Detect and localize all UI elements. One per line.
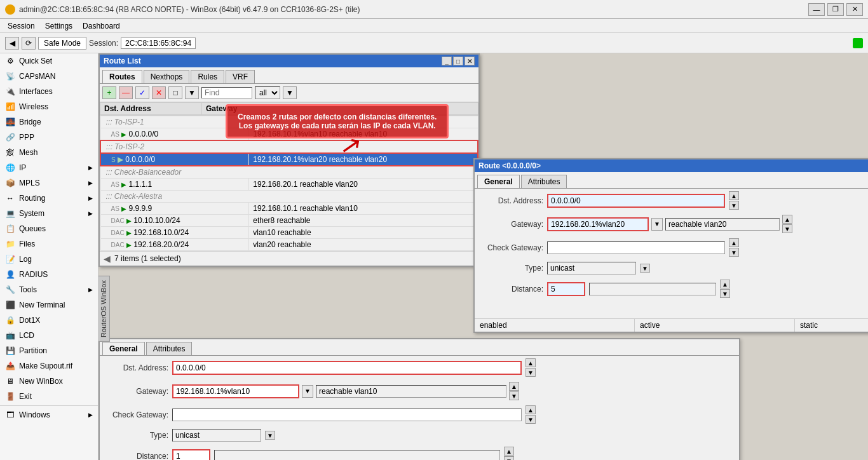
sidebar-item-ip[interactable]: 🌐 IP xyxy=(0,160,98,175)
lower-tab-general[interactable]: General xyxy=(102,342,145,355)
check-gateway-up[interactable]: ▲ xyxy=(729,238,739,247)
sidebar-item-log[interactable]: 📝 Log xyxy=(0,252,98,267)
sidebar-item-capsman[interactable]: 📡 CAPsMAN xyxy=(0,69,98,84)
enable-route-button[interactable]: ✓ xyxy=(135,86,149,99)
sidebar-item-mesh[interactable]: 🕸 Mesh xyxy=(0,145,98,160)
route-list-title-bar: Route List _ □ ✕ xyxy=(100,55,478,67)
menu-session[interactable]: Session xyxy=(3,20,40,32)
lower-gateway-dropdown[interactable]: ▼ xyxy=(302,385,313,398)
lower-distance-input[interactable] xyxy=(172,449,210,461)
sidebar-item-windows[interactable]: 🗔 Windows ▶ xyxy=(0,407,98,423)
sidebar-item-lcd[interactable]: 📺 LCD xyxy=(0,328,98,343)
sidebar-item-quick-set[interactable]: ⚙ Quick Set xyxy=(0,53,98,69)
sidebar-item-system[interactable]: 💻 System xyxy=(0,206,98,221)
lower-check-down[interactable]: ▼ xyxy=(526,415,536,424)
table-row[interactable]: AS ▶ 9.9.9.9 192.168.10.1 reachable vlan… xyxy=(100,203,478,215)
lower-distance-down[interactable]: ▼ xyxy=(504,456,514,460)
exit-icon: 🚪 xyxy=(5,391,15,402)
sidebar-item-queues[interactable]: 📋 Queues xyxy=(0,221,98,236)
refresh-button[interactable]: ⟳ xyxy=(22,37,36,50)
sidebar-item-mpls[interactable]: 📦 MPLS xyxy=(0,175,98,191)
close-button[interactable]: ✕ xyxy=(846,3,863,16)
dst-address-down[interactable]: ▼ xyxy=(729,201,739,210)
tab-nexthops[interactable]: Nexthops xyxy=(144,70,190,83)
filter-select[interactable]: all xyxy=(255,86,280,99)
table-row[interactable]: ::: Check-Balanceador xyxy=(100,166,478,179)
filter-button[interactable]: ▼ xyxy=(185,86,199,99)
sidebar-item-routing[interactable]: ↔ Routing xyxy=(0,191,98,206)
sidebar-item-interfaces[interactable]: 🔌 Interfaces xyxy=(0,84,98,99)
detail-tab-attributes[interactable]: Attributes xyxy=(521,175,567,188)
sidebar-item-bridge[interactable]: 🌉 Bridge xyxy=(0,114,98,130)
lower-gateway-input[interactable] xyxy=(172,384,299,398)
lower-dst-up[interactable]: ▲ xyxy=(526,358,536,367)
tab-routes[interactable]: Routes xyxy=(102,70,142,83)
lower-type-down[interactable]: ▼ xyxy=(265,431,275,440)
safe-mode-button[interactable]: Safe Mode xyxy=(38,37,86,50)
sidebar-item-new-winbox[interactable]: 🖥 New WinBox xyxy=(0,374,98,389)
tab-rules[interactable]: Rules xyxy=(191,70,224,83)
lower-gateway-down[interactable]: ▼ xyxy=(509,391,519,400)
route-detail-title: Route <0.0.0.0/0> xyxy=(478,161,541,170)
disable-route-button[interactable]: ✕ xyxy=(152,86,166,99)
files-icon: 📁 xyxy=(5,239,15,249)
filter-down-button[interactable]: ▼ xyxy=(283,86,297,99)
windows-icon: 🗔 xyxy=(5,410,15,420)
back-button[interactable]: ◀ xyxy=(5,37,19,50)
remove-route-button[interactable]: — xyxy=(119,86,133,99)
scroll-left-button[interactable]: ◀ xyxy=(104,254,111,264)
sidebar-item-partition[interactable]: 💾 Partition xyxy=(0,343,98,358)
table-row[interactable]: DAC ▶ 192.168.10.0/24 vlan10 reachable xyxy=(100,227,478,239)
table-row[interactable]: DAC ▶ 192.168.20.0/24 vlan20 reachable xyxy=(100,239,478,251)
gateway-dropdown[interactable]: ▼ xyxy=(651,218,663,231)
dst-address-up[interactable]: ▲ xyxy=(729,191,739,200)
dst-address-input[interactable] xyxy=(547,194,725,208)
menu-settings[interactable]: Settings xyxy=(40,20,78,32)
table-row[interactable]: AS ▶ 1.1.1.1 192.168.20.1 reachable vlan… xyxy=(100,179,478,191)
distance-input[interactable] xyxy=(547,282,585,296)
menu-dashboard[interactable]: Dashboard xyxy=(78,20,125,32)
maximize-button[interactable]: ❐ xyxy=(827,3,844,16)
copy-route-button[interactable]: □ xyxy=(168,86,182,99)
lower-check-up[interactable]: ▲ xyxy=(526,405,536,414)
tab-vrf[interactable]: VRF xyxy=(226,70,255,83)
lower-tab-attributes[interactable]: Attributes xyxy=(146,342,193,355)
find-input[interactable] xyxy=(201,87,252,98)
sidebar-item-dot1x[interactable]: 🔒 Dot1X xyxy=(0,313,98,328)
check-gateway-down[interactable]: ▼ xyxy=(729,248,739,257)
type-down[interactable]: ▼ xyxy=(640,264,650,273)
sidebar-item-wireless[interactable]: 📶 Wireless xyxy=(0,99,98,114)
sidebar-item-exit[interactable]: 🚪 Exit xyxy=(0,389,98,404)
add-route-button[interactable]: + xyxy=(102,86,116,99)
sidebar-item-files[interactable]: 📁 Files xyxy=(0,236,98,252)
sidebar-item-new-terminal[interactable]: ⬛ New Terminal xyxy=(0,297,98,313)
sidebar-item-radius[interactable]: 👤 RADIUS xyxy=(0,267,98,282)
detail-tab-general[interactable]: General xyxy=(477,175,520,188)
sidebar-item-tools[interactable]: 🔧 Tools xyxy=(0,282,98,297)
lower-distance-up[interactable]: ▲ xyxy=(504,447,514,456)
gateway-down[interactable]: ▼ xyxy=(782,224,792,233)
check-gateway-input[interactable] xyxy=(547,241,725,254)
system-icon: 💻 xyxy=(5,208,15,219)
gateway-input[interactable] xyxy=(547,217,649,231)
gateway-up[interactable]: ▲ xyxy=(782,215,792,224)
sidebar-item-ppp[interactable]: 🔗 PPP xyxy=(0,130,98,145)
table-row[interactable]: DAC ▶ 10.10.10.0/24 ether8 reachable xyxy=(100,215,478,227)
lower-check-gateway-input[interactable] xyxy=(172,409,522,421)
distance-down[interactable]: ▼ xyxy=(720,289,730,298)
lower-gateway-up[interactable]: ▲ xyxy=(509,382,519,391)
distance-up[interactable]: ▲ xyxy=(720,280,730,288)
lower-dst-down[interactable]: ▼ xyxy=(526,368,536,377)
table-row[interactable]: S ▶ 0.0.0.0/0 192.168.20.1%vlan20 reacha… xyxy=(100,153,478,166)
table-row[interactable]: ::: To-ISP-2 xyxy=(100,140,478,153)
table-row[interactable]: ::: Check-Alestra xyxy=(100,191,478,203)
sidebar-label-ip: IP xyxy=(19,163,26,172)
route-list-maximize[interactable]: □ xyxy=(453,57,463,65)
status-active: active xyxy=(635,319,795,332)
minimize-button[interactable]: — xyxy=(808,3,825,16)
route-list-close[interactable]: ✕ xyxy=(465,57,475,65)
lower-dst-address-input[interactable] xyxy=(172,361,522,375)
route-list-minimize[interactable]: _ xyxy=(442,57,452,65)
sidebar-item-make-supout[interactable]: 📤 Make Supout.rif xyxy=(0,358,98,374)
sidebar-label-lcd: LCD xyxy=(19,331,34,340)
